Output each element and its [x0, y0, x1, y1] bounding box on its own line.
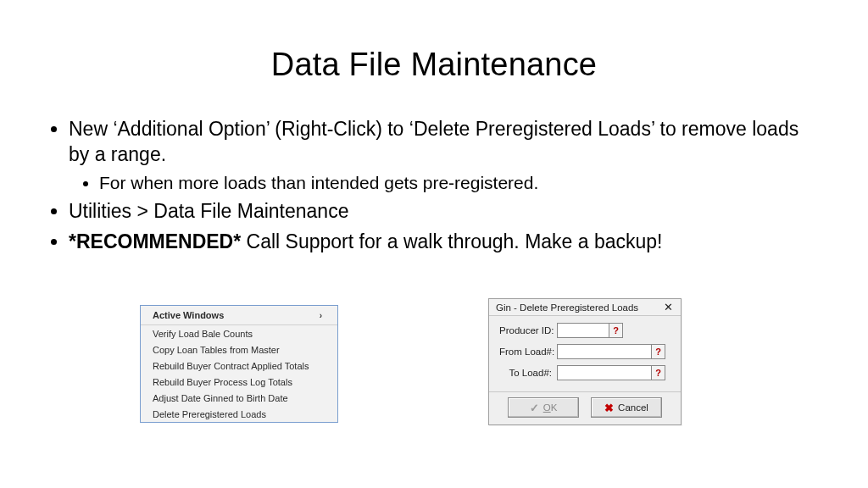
menu-item-delete-preregistered-loads[interactable]: Delete Preregistered Loads	[141, 406, 337, 422]
producer-id-label: Producer ID:	[499, 325, 557, 336]
help-icon[interactable]: ?	[609, 323, 623, 338]
bullet-3-bold: *RECOMMENDED*	[69, 230, 241, 252]
from-load-label: From Load#:	[499, 347, 557, 357]
producer-id-row: Producer ID: ?	[499, 323, 672, 338]
sub-bullet-list: For when more loads than intended gets p…	[69, 171, 821, 194]
context-menu-header[interactable]: Active Windows ›	[141, 306, 337, 325]
slide: Data File Maintenance New ‘Additional Op…	[0, 0, 868, 488]
delete-preregistered-loads-dialog: Gin - Delete Preregistered Loads ✕ Produ…	[488, 298, 682, 425]
context-menu: Active Windows › Verify Load Bale Counts…	[140, 305, 338, 423]
menu-item-label: Verify Load Bale Counts	[153, 329, 253, 339]
dialog-button-bar: ✓ OK ✖ Cancel	[489, 391, 681, 424]
check-icon: ✓	[530, 402, 539, 414]
ok-button[interactable]: ✓ OK	[508, 397, 579, 418]
bullet-3: *RECOMMENDED* Call Support for a walk th…	[69, 230, 821, 255]
bullet-1a: For when more loads than intended gets p…	[99, 171, 821, 194]
ok-rest: K	[551, 402, 558, 413]
bullet-1-text: New ‘Additional Option’ (Right-Click) to…	[69, 118, 798, 165]
menu-item-rebuild-contract-totals[interactable]: Rebuild Buyer Contract Applied Totals	[141, 358, 337, 374]
bullet-2: Utilities > Data File Maintenance	[69, 199, 821, 225]
help-icon[interactable]: ?	[652, 365, 665, 380]
bullet-list: New ‘Additional Option’ (Right-Click) to…	[47, 117, 821, 255]
help-icon[interactable]: ?	[652, 344, 665, 359]
cancel-button[interactable]: ✖ Cancel	[591, 397, 662, 418]
dialog-titlebar: Gin - Delete Preregistered Loads ✕	[489, 299, 681, 316]
menu-item-label: Adjust Date Ginned to Birth Date	[153, 393, 288, 403]
cancel-button-label: Cancel	[618, 402, 648, 413]
menu-item-label: Delete Preregistered Loads	[153, 409, 266, 419]
from-load-input[interactable]	[557, 344, 652, 359]
to-load-input[interactable]	[557, 365, 652, 380]
x-icon: ✖	[604, 402, 614, 414]
chevron-right-icon: ›	[320, 311, 322, 320]
dialog-title: Gin - Delete Preregistered Loads	[496, 302, 638, 313]
bullet-3-rest: Call Support for a walk through. Make a …	[241, 230, 662, 252]
menu-item-label: Copy Loan Tables from Master	[153, 345, 280, 355]
from-load-row: From Load#: ?	[499, 344, 672, 359]
menu-item-label: Rebuild Buyer Contract Applied Totals	[153, 361, 309, 371]
producer-id-input[interactable]	[557, 323, 609, 338]
menu-item-rebuild-process-log-totals[interactable]: Rebuild Buyer Process Log Totals	[141, 374, 337, 390]
ok-button-label: OK	[543, 402, 558, 413]
menu-item-adjust-date-ginned[interactable]: Adjust Date Ginned to Birth Date	[141, 390, 337, 406]
close-icon[interactable]: ✕	[661, 302, 676, 313]
page-title: Data File Maintenance	[47, 47, 821, 83]
ok-underline: O	[543, 402, 551, 413]
figures: Active Windows › Verify Load Bale Counts…	[0, 305, 868, 458]
to-load-label: To Load#:	[499, 368, 557, 378]
menu-item-verify-load-bale-counts[interactable]: Verify Load Bale Counts	[141, 325, 337, 341]
context-menu-header-label: Active Windows	[153, 310, 224, 320]
menu-item-copy-loan-tables[interactable]: Copy Loan Tables from Master	[141, 341, 337, 358]
to-load-row: To Load#: ?	[499, 365, 672, 380]
bullet-1: New ‘Additional Option’ (Right-Click) to…	[69, 117, 821, 194]
menu-item-label: Rebuild Buyer Process Log Totals	[153, 377, 292, 387]
dialog-body: Producer ID: ? From Load#: ? To Load#: ?	[489, 316, 681, 391]
